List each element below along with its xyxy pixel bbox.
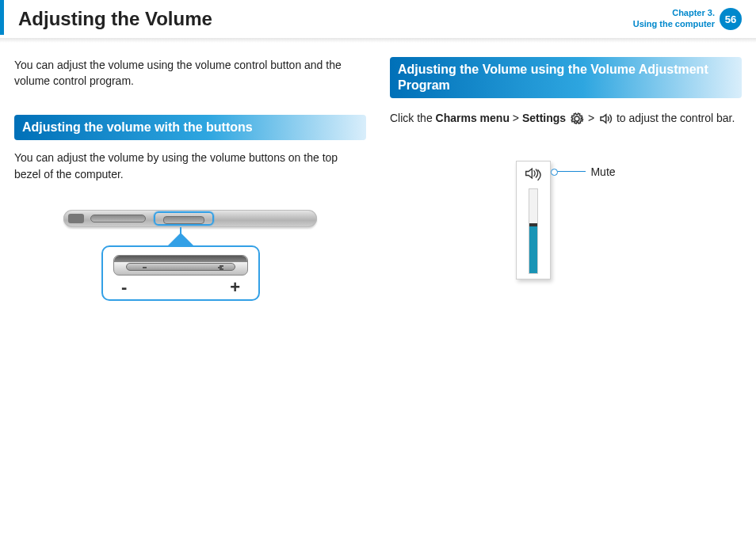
instr-sep2: >: [585, 112, 598, 124]
chapter-line1: Chapter 3.: [633, 8, 715, 19]
instr-sep1: >: [510, 112, 522, 124]
page-title: Adjusting the Volume: [18, 8, 212, 30]
device-top-bezel: [63, 210, 317, 227]
volume-button-zoom: - +: [101, 245, 260, 301]
mute-label: Mute: [590, 165, 615, 178]
volume-plus-label: +: [230, 277, 240, 298]
volume-slider-track[interactable]: [529, 188, 538, 274]
section-text-buttons: You can adjust the volume by using the v…: [14, 150, 366, 183]
chapter-line2: Using the computer: [633, 19, 715, 30]
mute-speaker-icon[interactable]: [525, 166, 542, 184]
instr-suffix: to adjust the control bar.: [613, 112, 735, 124]
speaker-icon: [598, 112, 613, 126]
callout-arrow: [168, 233, 193, 245]
mute-callout: Mute: [556, 165, 615, 178]
instr-charms: Charms menu: [436, 112, 510, 124]
intro-text: You can adjust the volume using the volu…: [14, 57, 366, 89]
settings-gear-icon: [570, 112, 584, 126]
bezel-button: [90, 215, 146, 222]
page-number-badge: 56: [720, 8, 742, 30]
volume-button-highlight: [154, 211, 214, 226]
section-header-buttons: Adjusting the volume with the buttons: [14, 115, 366, 140]
chapter-label: Chapter 3. Using the computer: [633, 8, 715, 30]
instr-prefix: Click the: [390, 112, 436, 124]
instruction-text: Click the Charms menu > Settings > to ad…: [390, 108, 742, 129]
volume-rocker: [113, 255, 248, 276]
device-illustration: - +: [14, 210, 366, 301]
volume-minus-label: -: [121, 277, 127, 298]
bezel-port: [68, 214, 84, 223]
section-header-program: Adjusting the Volume using the Volume Ad…: [390, 57, 742, 98]
callout-leader-line: [556, 171, 586, 172]
volume-slider-popup: [516, 161, 551, 279]
volume-slider-fill: [529, 226, 537, 272]
instr-settings: Settings: [522, 112, 566, 124]
